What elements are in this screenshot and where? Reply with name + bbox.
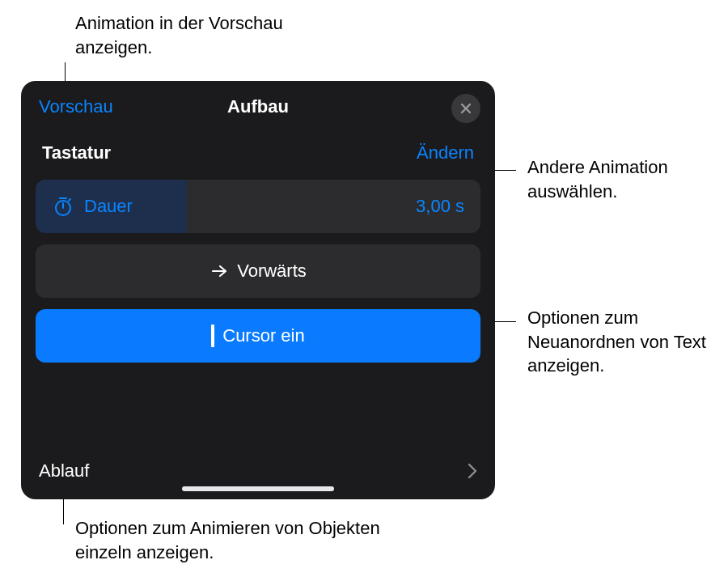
controls-group: Dauer 3,00 s Vorwärts Cursor ein bbox=[21, 172, 495, 363]
annotation-change: Andere Animation auswählen. bbox=[527, 155, 705, 203]
cursor-icon bbox=[211, 325, 214, 347]
duration-label: Dauer bbox=[84, 196, 133, 217]
duration-value: 3,00 s bbox=[416, 196, 464, 217]
close-icon bbox=[459, 102, 472, 115]
cursor-label: Cursor ein bbox=[222, 325, 304, 346]
ablauf-label: Ablauf bbox=[39, 460, 89, 482]
svg-line-3 bbox=[69, 199, 70, 201]
change-button[interactable]: Ändern bbox=[417, 142, 474, 163]
effect-row: Tastatur Ändern bbox=[21, 133, 495, 172]
direction-button[interactable]: Vorwärts bbox=[36, 244, 480, 298]
home-indicator bbox=[182, 486, 334, 491]
effect-name: Tastatur bbox=[42, 142, 111, 163]
duration-slider[interactable]: Dauer 3,00 s bbox=[36, 180, 480, 233]
panel-title: Aufbau bbox=[227, 96, 289, 117]
arrow-right-icon bbox=[210, 261, 229, 281]
timer-icon bbox=[52, 195, 74, 218]
annotation-ablauf: Optionen zum Animieren von Objekten einz… bbox=[75, 516, 383, 564]
ablauf-row[interactable]: Ablauf bbox=[21, 443, 495, 499]
chevron-right-icon bbox=[468, 463, 477, 479]
animation-panel: Vorschau Aufbau Tastatur Ändern Dauer 3,… bbox=[21, 81, 495, 499]
preview-button[interactable]: Vorschau bbox=[39, 96, 113, 117]
direction-label: Vorwärts bbox=[237, 261, 307, 282]
annotation-preview: Animation in der Vorschau anzeigen. bbox=[75, 11, 286, 59]
annotation-direction: Optionen zum Neuanordnen von Text anzeig… bbox=[527, 306, 713, 378]
cursor-button[interactable]: Cursor ein bbox=[36, 309, 480, 363]
panel-header: Vorschau Aufbau bbox=[21, 81, 495, 133]
close-button[interactable] bbox=[451, 94, 480, 123]
